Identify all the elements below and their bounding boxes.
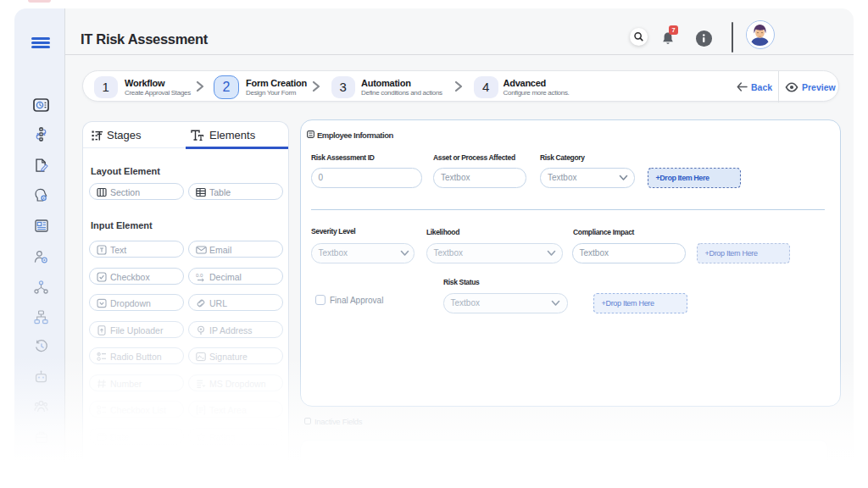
svg-text:0.0: 0.0 <box>196 272 203 277</box>
